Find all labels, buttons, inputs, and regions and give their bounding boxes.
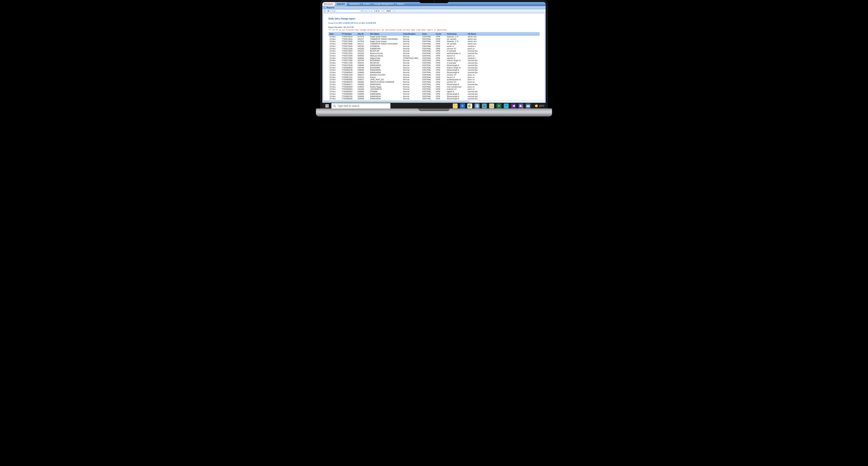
report-table: Date TT Number Site ID Site Name Classif… (329, 32, 539, 103)
horizontal-scrollbar[interactable] (323, 100, 545, 103)
svg-line-7 (363, 11, 363, 12)
table-row[interactable]: 23-NovTT55972361529165Brahma KundaNormal… (329, 52, 539, 55)
table-row[interactable]: 23-NovTT55960769539690RANKHERANormalCENT… (329, 95, 539, 98)
notepadpp-icon[interactable] (489, 103, 494, 108)
menu-incident[interactable]: Incident (362, 3, 371, 5)
table-row[interactable]: 23-NovTT55960982539537UPW_AGR_021NormalC… (329, 79, 539, 81)
generic-app-icon[interactable] (526, 103, 530, 108)
table-row[interactable]: 23-NovTT55973690527974Nagla Gulal Urawar… (329, 40, 539, 43)
teams-icon[interactable] (518, 103, 523, 108)
export-icon[interactable] (323, 9, 326, 12)
page-dropdown-icon[interactable] (382, 9, 384, 12)
report-page: Daily Infra Outage report From 23-11-202… (323, 13, 545, 103)
search-icon[interactable] (323, 6, 326, 9)
taskbar-search[interactable]: Type here to search (332, 103, 391, 109)
edge-icon[interactable] (504, 103, 509, 108)
report-range: From 23-11-2021 12:00:00 AM To 23-11-202… (329, 22, 539, 24)
excel-icon[interactable]: X (496, 103, 501, 108)
col-classification: Classification (402, 32, 421, 35)
weather-temp: 25°C (539, 104, 544, 107)
svg-point-6 (362, 10, 363, 11)
laptop-frame: Invendis SMART Dashboard| Incident| Chan… (320, 0, 548, 130)
menubar-items: Dashboard| Incident| Change Management| … (347, 3, 405, 5)
col-zone: Zone (421, 32, 435, 35)
table-header-row: Date TT Number Site ID Site Name Classif… (329, 32, 539, 35)
weather-icon[interactable] (535, 104, 538, 107)
col-date: Date (329, 32, 341, 35)
brand-sublabel: SMART (335, 2, 347, 6)
table-row[interactable]: 23-NovTT55973343539135PUNHERANormalCENTR… (329, 45, 539, 48)
start-button[interactable] (324, 103, 330, 109)
table-row[interactable]: 23-NovTT55972050464600Aliganj EtahSTRATE… (329, 57, 539, 60)
svg-rect-15 (454, 105, 455, 105)
chrome-icon[interactable] (467, 103, 472, 108)
app-window: Invendis SMART Dashboard| Incident| Chan… (322, 2, 546, 103)
visual-studio-icon[interactable] (511, 103, 516, 108)
col-site-name: Site Name (369, 32, 402, 35)
table-row[interactable]: 23-NovTT55960971539690RANKHERANormalCENT… (329, 83, 539, 86)
menu-change-management[interactable]: Change Management (373, 3, 394, 5)
outlook-icon[interactable]: O (460, 103, 465, 108)
dolphin-icon[interactable] (482, 103, 487, 108)
report-duration: Report Duration : 00, 10:51:06 (329, 26, 539, 28)
table-row[interactable]: 23-NovTT55974610541217THAARPUP SINGH CRO… (329, 38, 539, 40)
find-next-icon[interactable] (361, 9, 364, 12)
table-row[interactable]: 23-NovTT55974619527974Nagla Gulal Urawar… (329, 35, 539, 38)
report-viewer-toolbar (322, 9, 546, 13)
table-row[interactable]: 23-NovTT55960978540903PANCH KUNIYA CHORA… (329, 81, 539, 83)
menu-reports[interactable]: Reports (396, 3, 405, 5)
breadcrumb-label: Reports (327, 6, 334, 9)
file-explorer-icon[interactable] (453, 103, 458, 108)
print-icon[interactable] (327, 9, 330, 12)
zoom-indicator[interactable] (384, 9, 393, 12)
table-row[interactable]: 23-NovTT55973686541217THAARPUP SINGH CRO… (329, 43, 539, 45)
table-row[interactable]: 23-NovTT55960850539690RANKHERANormalCENT… (329, 93, 539, 95)
camera-notch (419, 0, 449, 3)
table-row[interactable]: 23-NovTT55960964524654Radha NagarNormalC… (329, 86, 539, 88)
brand-prefix: Inven (324, 3, 330, 5)
breadcrumb-bar: Reports (322, 6, 546, 9)
table-row[interactable]: 23-NovTT55960952539590PISAWANormalCENTRA… (329, 90, 539, 93)
svg-rect-26 (521, 106, 522, 107)
table-row[interactable]: 23-NovTT55960695539690RANKHERANormalCENT… (329, 98, 539, 100)
table-row[interactable]: 23-NovTT55973050539315BICHPURINormalCENT… (329, 50, 539, 52)
report-viewport: Daily Infra Outage report From 23-11-202… (322, 13, 546, 103)
find-input[interactable] (331, 9, 360, 12)
table-row[interactable]: 23-NovTT55961030540913EDGAH COLONYNormal… (329, 74, 539, 76)
taskbar-right: 25°C (535, 104, 544, 107)
table-row[interactable]: 23-NovTT55971150539315BICHPURINormalCENT… (329, 62, 539, 64)
col-tt-number: TT Number (341, 32, 356, 35)
brand-suffix: dis (330, 3, 333, 5)
page-indicator[interactable] (372, 9, 381, 12)
svg-rect-9 (327, 104, 329, 106)
menu-dashboard[interactable]: Dashboard (349, 3, 361, 5)
prev-page-icon[interactable] (369, 9, 372, 12)
svg-line-1 (325, 8, 326, 8)
svg-rect-10 (326, 106, 327, 107)
report-title: Daily Infra Outage report (329, 18, 539, 20)
svg-point-23 (520, 105, 521, 106)
brand-logo: Invendis (322, 2, 335, 6)
taskbar-search-placeholder: Type here to search (338, 104, 359, 107)
table-row[interactable]: 23-NovTT55973108541005AJAMPURANormalCENT… (329, 48, 539, 50)
report-note: *** If TT is not Cleared then outage dur… (329, 29, 539, 31)
table-row[interactable]: 23-NovTT55969238539690RANKHERANormalCENT… (329, 69, 539, 71)
table-row[interactable]: 23-NovTT55968943539690RANKHERANormalCENT… (329, 71, 539, 74)
col-ce-name: CE Name (467, 32, 539, 35)
table-row[interactable]: 23-NovTT55960963541004LAKHANPURNormalCEN… (329, 88, 539, 90)
notebook-icon[interactable] (475, 103, 479, 108)
col-site-id: Site ID (356, 32, 369, 35)
table-row[interactable]: 23-NovTT55970530539690RANKHERANormalCENT… (329, 64, 539, 67)
zoom-dropdown-icon[interactable] (393, 9, 395, 12)
table-row[interactable]: 23-NovTT55961031529214KahraiNormalCENTRA… (329, 76, 539, 79)
svg-rect-2 (324, 10, 325, 12)
table-row[interactable]: 23-NovTT55969603539708BUKHRARINormalCENT… (329, 67, 539, 69)
table-row[interactable]: 23-NovTT55971308539708BUKHRARINormalCENT… (329, 59, 539, 62)
first-page-icon[interactable] (365, 9, 368, 12)
laptop-hinge (316, 108, 552, 117)
search-icon (333, 104, 336, 107)
svg-rect-4 (328, 10, 329, 10)
svg-rect-28 (527, 105, 530, 105)
table-row[interactable]: 23-NovTT55972048509563Mahuaa KhedaNormal… (329, 55, 539, 57)
scrollbar-thumb[interactable] (323, 101, 469, 102)
